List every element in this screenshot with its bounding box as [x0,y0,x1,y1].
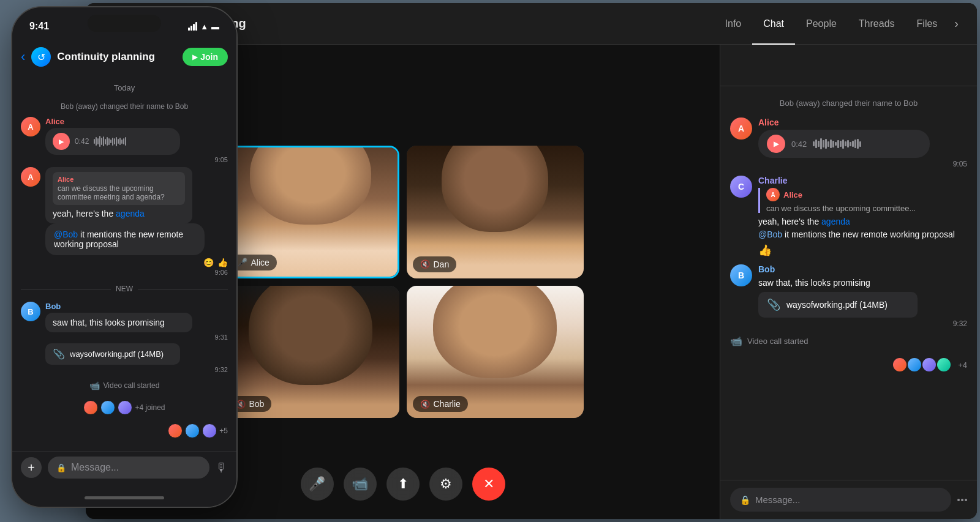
video-call-started: 📹 Video call started [21,377,228,394]
right-waveform [813,137,921,151]
bob-text-bubble: saw that, this looks promising [45,313,192,332]
reply-text-2: @Bob it mentions the new remote working … [54,229,196,249]
voice-duration: 0:42 [75,137,89,146]
right-bob-avatar: B [730,264,752,286]
phone-device: 9:41 ▲ ▬ ‹ ↺ Continuity planning Join To… [11,6,238,508]
video-tile-alice: 🎤 Alice [222,146,399,278]
alice-reply-message: A Alice can we discuss the upcoming comm… [21,167,228,276]
right-charlie-text-1: yeah, here's the agenda [758,215,967,228]
tab-threads[interactable]: Threads [848,3,906,45]
right-video-icon: 📹 [730,335,742,347]
dan-name-label: Dan [434,259,450,269]
right-joined-1 [892,357,908,373]
right-alice-voice-bubble[interactable]: ▶ 0:42 [758,130,930,158]
alice-avatar-2: A [21,167,40,187]
right-bob-body: Bob saw that, this looks promising 📎 way… [758,264,967,328]
right-more-button[interactable] [957,499,967,501]
new-messages-divider: NEW [21,280,228,298]
right-charlie-text-2: @Bob it mentions the new remote working … [758,228,967,241]
right-chat-messages[interactable]: Bob (away) changed their name to Bob A A… [720,86,977,480]
phone-header: ‹ ↺ Continuity planning Join [12,39,236,75]
quote-inner: Alice can we discuss the upcoming commit… [53,172,185,205]
add-button[interactable]: + [21,457,42,478]
video-tile-bob: 🔇 Bob [222,286,399,419]
reply-timestamp: 9:06 [45,269,228,276]
right-joined-count: +4 [958,360,967,370]
file-icon: 📎 [53,348,65,360]
video-call-text: Video call started [104,381,160,390]
right-alice-name: Alice [758,117,967,127]
tab-people[interactable]: People [795,3,848,45]
bob-file-attachment[interactable]: 📎 waysofworking.pdf (14MB) [45,343,180,365]
back-button[interactable]: ‹ [21,49,25,65]
right-file-attachment[interactable]: 📎 waysofworking.pdf (14MB) [758,292,918,318]
phone-home-bar [12,488,236,507]
quote-text: can we discuss the upcoming committee me… [58,184,180,201]
tab-chat[interactable]: Chat [752,3,795,45]
right-bob-text: saw that, this looks promising [758,277,967,289]
bob-text: saw that, this looks promising [53,318,185,327]
tab-info[interactable]: Info [714,3,753,45]
right-lock-icon: 🔒 [740,495,750,505]
right-charlie-avatar: C [730,176,752,198]
right-file-name: waysofworking.pdf (14MB) [786,300,888,310]
joined-avatar-1 [83,400,98,415]
phone-chat-area[interactable]: Today Bob (away) changed their name to B… [12,75,236,451]
alice-msg-content: Alice ▶ 0:42 9:05 [45,117,228,163]
alice-avatar: A [21,117,40,136]
bob-avatar: B [21,302,40,321]
alice-reply-content: Alice can we discuss the upcoming commit… [45,167,228,276]
agenda-link[interactable]: agenda [116,209,145,218]
right-play-btn[interactable]: ▶ [767,135,785,153]
join-button[interactable]: Join [183,48,228,66]
camera-button[interactable]: 📹 [344,468,377,501]
end-call-button[interactable]: ✕ [472,468,505,501]
unread-avatar-3 [202,423,217,438]
charlie-mic-icon: 🔇 [420,400,430,409]
voice-timestamp: 9:05 [45,156,228,163]
mute-button[interactable]: 🎤 [301,468,334,501]
date-divider: Today [21,80,228,96]
right-voice-duration: 0:42 [791,140,807,149]
message-input[interactable]: 🔒 Message... [48,457,209,479]
right-charlie-quote: A Alice can we discuss the upcoming comm… [758,188,967,213]
play-button[interactable]: ▶ [53,133,70,150]
right-bob-message: B Bob saw that, this looks promising 📎 w… [730,264,967,328]
right-video-text: Video call started [747,337,809,346]
mic-button[interactable]: 🎙 [216,461,228,475]
right-alice-voice: A Alice ▶ 0:42 [730,117,967,168]
divider-line-right [138,289,228,289]
right-message-input[interactable]: 🔒 Message... [730,488,951,512]
share-button[interactable]: ⬆ [386,468,420,501]
video-grid: 🎤 Alice 🔇 Dan [204,127,602,437]
right-agenda-link[interactable]: agenda [821,217,850,226]
quote-author: Alice [58,176,180,183]
right-message-placeholder: Message... [755,494,800,505]
right-quote-text: can we discuss the upcoming committee... [766,204,967,213]
right-charlie-reply: C Charlie A Alice can we discuss the upc… [730,176,967,257]
phone-status-icons: ▲ ▬ [188,22,219,31]
right-quote-author: Alice [783,190,802,199]
right-bob-name: Bob [758,264,967,274]
bob-message: B Bob saw that, this looks promising 9:3… [21,302,228,373]
settings-button[interactable]: ⚙ [429,468,462,501]
alice-voice-bubble[interactable]: ▶ 0:42 [45,128,180,155]
joined-count-text: +4 joined [135,403,165,412]
quote-alice-avatar: A [766,188,780,201]
right-bob-timestamp: 9:32 [758,319,967,328]
thumbs-up-reaction[interactable]: 👍 [217,258,228,267]
reaction-emoji[interactable]: 😊 [203,258,214,267]
phone-screen: 9:41 ▲ ▬ ‹ ↺ Continuity planning Join To… [12,7,236,507]
reply-bubble: Alice can we discuss the upcoming commit… [45,167,192,223]
message-placeholder: Message... [71,462,119,473]
desktop-tabs: Info Chat People Threads Files › [702,3,977,45]
tab-files[interactable]: Files [906,3,949,45]
phone-channel-name: Continuity planning [57,51,176,63]
more-tabs-button[interactable]: › [948,17,965,31]
waveform [94,135,173,147]
right-joined-3 [921,357,937,373]
right-panel-header [720,45,977,86]
divider-line-left [21,289,111,289]
system-message: Bob (away) changed their name to Bob [21,100,228,113]
reactions-area: 😊 👍 [203,258,228,267]
